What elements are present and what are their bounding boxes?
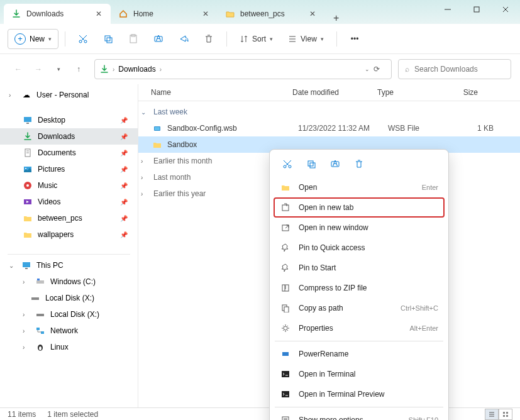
ctx-open-terminal[interactable]: Open in Terminal: [274, 364, 445, 384]
ctx-compress-zip[interactable]: Compress to ZIP file: [274, 278, 445, 298]
paste-button[interactable]: [122, 28, 145, 50]
document-icon: [23, 148, 33, 158]
search-box[interactable]: ⌕: [398, 59, 511, 79]
search-input[interactable]: [414, 65, 509, 74]
sidebar-label: Local Disk (X:): [50, 310, 99, 319]
refresh-button[interactable]: ⟳: [373, 65, 386, 74]
address-dropdown[interactable]: ⌄: [365, 66, 370, 72]
sidebar-item-wallpapers[interactable]: wallpapers 📌: [0, 226, 138, 243]
overflow-button[interactable]: •••: [343, 31, 367, 47]
delete-button[interactable]: [197, 28, 220, 50]
close-button[interactable]: [491, 0, 520, 19]
recent-dropdown[interactable]: ▾: [49, 60, 68, 79]
zip-icon: [280, 282, 291, 294]
folder-icon: [225, 9, 235, 19]
sidebar-item-pictures[interactable]: Pictures 📌: [0, 161, 138, 177]
column-date[interactable]: Date modified: [292, 88, 377, 97]
ctx-pin-start[interactable]: Pin to Start: [274, 258, 445, 278]
address-segment[interactable]: Downloads: [118, 65, 155, 74]
minimize-button[interactable]: [433, 0, 462, 19]
ctx-copy-path[interactable]: Copy as path Ctrl+Shift+C: [274, 298, 445, 318]
ctx-properties[interactable]: Properties Alt+Enter: [274, 318, 445, 338]
ctx-accelerator: Alt+Enter: [409, 324, 438, 332]
pin-icon: 📌: [120, 182, 133, 189]
chevron-right-icon: ›: [9, 92, 16, 99]
thumbnails-view-button[interactable]: [499, 409, 512, 420]
ctx-label: Compress to ZIP file: [299, 284, 438, 292]
cut-button[interactable]: [276, 155, 299, 174]
sort-button[interactable]: Sort ▾: [233, 31, 279, 47]
pin-icon: 📌: [120, 199, 133, 206]
back-button[interactable]: ←: [9, 60, 28, 79]
chevron-down-icon: ▾: [48, 36, 52, 42]
share-button[interactable]: [172, 28, 195, 50]
new-button[interactable]: + New ▾: [8, 29, 58, 49]
sidebar-item-videos[interactable]: Videos 📌: [0, 194, 138, 210]
address-field[interactable]: › Downloads › ⌄ ⟳: [94, 59, 392, 79]
column-type[interactable]: Type: [377, 88, 440, 97]
column-size[interactable]: Size: [440, 88, 478, 97]
tab-home[interactable]: Home ✕: [111, 4, 218, 24]
sidebar-this-pc[interactable]: ⌄ This PC: [0, 257, 138, 274]
svg-rect-1: [474, 7, 479, 12]
sidebar-item-music[interactable]: Music 📌: [0, 177, 138, 194]
copy-button[interactable]: [300, 155, 323, 174]
ctx-power-rename[interactable]: PowerRename: [274, 344, 445, 364]
maximize-button[interactable]: [462, 0, 491, 19]
ctx-label: Open in new window: [299, 223, 438, 232]
tab-downloads[interactable]: Downloads ✕: [4, 4, 111, 24]
terminal-icon: [280, 389, 291, 400]
titlebar: Downloads ✕ Home ✕ between_pcs ✕ +: [0, 0, 520, 24]
svg-rect-51: [506, 415, 508, 417]
copy-button[interactable]: [97, 28, 119, 50]
tab-between-pcs[interactable]: between_pcs ✕: [218, 4, 324, 24]
sidebar-network[interactable]: › Network: [0, 323, 138, 339]
new-window-icon: [280, 222, 291, 233]
rename-button[interactable]: A: [147, 28, 170, 50]
svg-rect-4: [105, 36, 110, 41]
status-selected-count: 1 item selected: [47, 410, 98, 419]
svg-rect-38: [282, 205, 289, 211]
close-icon[interactable]: ✕: [201, 9, 210, 18]
sidebar-drive-local-x1[interactable]: Local Disk (X:): [0, 290, 138, 306]
cloud-icon: ☁: [21, 90, 31, 100]
ctx-open-terminal-preview[interactable]: Open in Terminal Preview: [274, 384, 445, 404]
delete-button[interactable]: [348, 155, 370, 174]
pin-icon: 📌: [120, 215, 133, 222]
sidebar-item-between-pcs[interactable]: between_pcs 📌: [0, 210, 138, 226]
pin-icon: 📌: [120, 133, 133, 140]
new-tab-button[interactable]: +: [324, 13, 348, 24]
details-view-button[interactable]: [485, 409, 499, 420]
window-tabs: Downloads ✕ Home ✕ between_pcs ✕ +: [0, 0, 348, 24]
sidebar-item-desktop[interactable]: Desktop 📌: [0, 112, 138, 128]
ctx-open-new-tab[interactable]: Open in new tab: [274, 197, 445, 218]
sidebar-item-downloads[interactable]: Downloads 📌: [0, 128, 138, 145]
up-button[interactable]: ↑: [69, 60, 88, 79]
sidebar-user-personal[interactable]: › ☁ User - Personal: [0, 87, 138, 103]
close-icon[interactable]: ✕: [308, 9, 317, 18]
ctx-open[interactable]: Open Enter: [274, 177, 445, 197]
sidebar-label: Local Disk (X:): [45, 294, 94, 302]
svg-rect-25: [36, 314, 44, 316]
sidebar-item-documents[interactable]: Documents 📌: [0, 145, 138, 161]
context-separator: [275, 341, 443, 341]
view-button[interactable]: View ▾: [282, 31, 330, 47]
svg-text:A: A: [156, 34, 161, 43]
ctx-show-more[interactable]: Show more options Shift+F10: [274, 410, 445, 420]
sidebar-label: Music: [38, 181, 57, 190]
ctx-open-new-window[interactable]: Open in new window: [274, 218, 445, 238]
rename-button[interactable]: A: [324, 155, 346, 174]
sidebar-drive-local-x2[interactable]: › Local Disk (X:): [0, 306, 138, 323]
file-row[interactable]: Sandbox-Config.wsb 11/23/2022 11:32 AM W…: [138, 120, 520, 136]
cut-button[interactable]: [72, 28, 94, 50]
addressbar: ← → ▾ ↑ › Downloads › ⌄ ⟳ ⌕: [0, 54, 520, 84]
close-icon[interactable]: ✕: [94, 9, 103, 18]
pin-icon: [280, 262, 291, 274]
ctx-pin-quick-access[interactable]: Pin to Quick access: [274, 238, 445, 258]
sidebar-drive-windows[interactable]: › Windows (C:): [0, 274, 138, 290]
forward-button[interactable]: →: [29, 60, 48, 79]
sidebar-linux[interactable]: › Linux: [0, 339, 138, 355]
group-last-week[interactable]: ⌄ Last week: [138, 104, 520, 120]
chevron-down-icon: ⌄: [9, 262, 16, 269]
column-name[interactable]: Name: [151, 88, 292, 97]
